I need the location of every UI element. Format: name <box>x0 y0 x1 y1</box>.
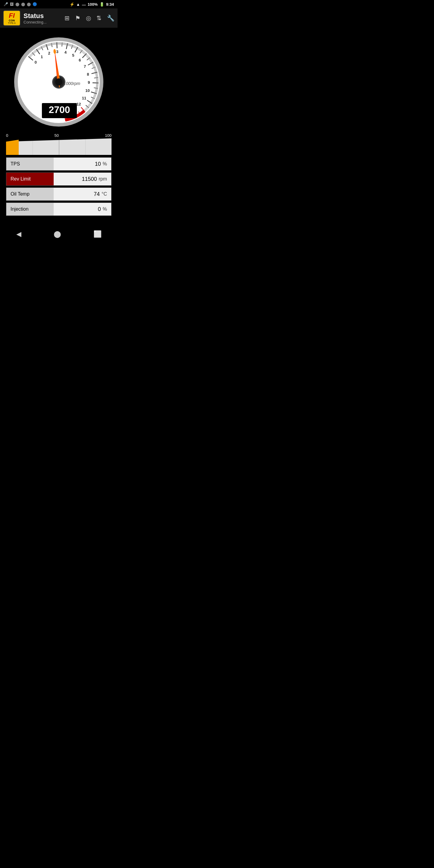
oil-temp-number: 74 <box>94 191 100 197</box>
oil-temp-unit: °C <box>101 191 107 197</box>
grid-icon[interactable]: ⊞ <box>64 14 70 22</box>
injection-label: Injection <box>6 203 54 216</box>
page-title: Status <box>24 12 61 20</box>
oil-temp-value: 74 °C <box>54 188 111 200</box>
recents-button[interactable]: ⬜ <box>93 230 101 238</box>
logo-fi-text: FI <box>9 12 15 19</box>
throttle-labels: 0 50 100 <box>6 133 112 138</box>
throttle-min-label: 0 <box>6 133 8 138</box>
data-rows-container: TPS 10 % Rev Limit 11500 rpm Oil Temp 74… <box>0 155 118 218</box>
image-icon: 🖼 <box>10 2 13 6</box>
logo-con-text: CON <box>9 19 15 22</box>
sim-icon: ▬ <box>82 2 86 7</box>
throttle-max-label: 100 <box>105 133 112 138</box>
battery-percent: 100% <box>88 2 98 7</box>
svg-text:1: 1 <box>41 55 43 59</box>
tps-row: TPS 10 % <box>6 157 112 170</box>
svg-text:0: 0 <box>35 60 37 64</box>
svg-text:2: 2 <box>48 51 50 56</box>
tps-number: 10 <box>95 161 101 167</box>
throttle-section: 0 50 100 <box>0 130 118 155</box>
injection-unit: % <box>103 207 107 212</box>
tachometer-container: 01234567891011121314 x1000rpm 2700 <box>0 31 118 130</box>
svg-line-86 <box>96 79 98 79</box>
main-content: 01234567891011121314 x1000rpm 2700 0 <box>0 28 118 221</box>
injection-value: 0 % <box>54 203 111 216</box>
tach-center-cap <box>55 79 62 86</box>
injection-row: Injection 0 % <box>6 203 112 216</box>
svg-text:9: 9 <box>88 80 90 85</box>
tachometer-wrapper: 01234567891011121314 x1000rpm 2700 <box>13 37 104 127</box>
time-display: 9:34 <box>106 2 114 7</box>
rev-limit-number: 11500 <box>82 176 97 182</box>
tps-unit: % <box>103 161 107 167</box>
rpm-value-text: 2700 <box>49 104 70 115</box>
battery-icon: 🔋 <box>99 2 104 7</box>
tachometer-svg: 01234567891011121314 x1000rpm 2700 <box>13 37 104 127</box>
app-logo: FI CON TYPE-S <box>3 10 21 26</box>
rev-limit-unit: rpm <box>98 176 107 182</box>
svg-text:8: 8 <box>87 72 89 76</box>
svg-text:10: 10 <box>85 88 90 93</box>
svg-line-92 <box>96 85 98 85</box>
status-bar-right: ⚡ ▲ ▬ 100% 🔋 9:34 <box>70 2 114 7</box>
svg-line-30 <box>57 42 57 48</box>
flag-icon[interactable]: ⚑ <box>75 14 81 22</box>
nav-bar: ◀ ⬤ ⬜ <box>0 227 118 241</box>
status-bar-left: 🎤 🖼 ⬤ ⬤ ⬤ 🔵 <box>4 2 37 6</box>
status-bar: 🎤 🖼 ⬤ ⬤ ⬤ 🔵 ⚡ ▲ ▬ 100% 🔋 9:34 <box>0 0 118 8</box>
circle-icon-3: ⬤ <box>27 2 31 6</box>
svg-text:4: 4 <box>64 50 67 55</box>
arrows-icon[interactable]: ⇅ <box>96 14 101 22</box>
svg-line-35 <box>62 42 62 47</box>
wrench-icon[interactable]: 🔧 <box>107 14 115 22</box>
rev-limit-row: Rev Limit 11500 rpm <box>6 173 112 186</box>
back-button[interactable]: ◀ <box>16 230 22 238</box>
tps-label: TPS <box>6 158 54 170</box>
svg-text:7: 7 <box>84 64 86 69</box>
throttle-divider-three-quarter <box>85 138 86 155</box>
connection-status: Connecting... <box>24 20 61 24</box>
throttle-mid-label: 50 <box>55 133 59 138</box>
tps-value: 10 % <box>54 158 111 170</box>
circle-icon-1: ⬤ <box>16 2 19 6</box>
logo-type-text: TYPE-S <box>8 22 16 24</box>
throttle-bar-container <box>6 138 112 155</box>
bluetooth-icon: ⚡ <box>70 2 74 7</box>
svg-text:6: 6 <box>79 58 81 62</box>
svg-text:12: 12 <box>76 102 81 106</box>
svg-text:3: 3 <box>56 50 58 54</box>
svg-line-29 <box>56 42 56 44</box>
app-header: FI CON TYPE-S Status Connecting... ⊞ ⚑ ◎… <box>0 8 118 28</box>
rev-limit-label: Rev Limit <box>6 173 54 185</box>
rev-limit-value: 11500 rpm <box>54 173 111 185</box>
throttle-divider-mid <box>59 138 59 155</box>
home-button[interactable]: ⬤ <box>54 230 61 238</box>
header-icons: ⊞ ⚑ ◎ ⇅ 🔧 <box>64 14 115 22</box>
wifi-icon: ▲ <box>76 2 80 7</box>
circle-icon-2: ⬤ <box>21 2 25 6</box>
injection-number: 0 <box>98 206 101 213</box>
svg-text:11: 11 <box>82 96 86 100</box>
mic-icon: 🎤 <box>4 2 8 6</box>
chrome-icon: 🔵 <box>33 2 37 6</box>
oil-temp-row: Oil Temp 74 °C <box>6 187 112 201</box>
svg-text:5: 5 <box>72 53 74 58</box>
header-title-block: Status Connecting... <box>24 12 61 24</box>
oil-temp-label: Oil Temp <box>6 188 54 200</box>
throttle-bar-fill <box>6 138 19 155</box>
speedometer-icon[interactable]: ◎ <box>86 14 91 22</box>
